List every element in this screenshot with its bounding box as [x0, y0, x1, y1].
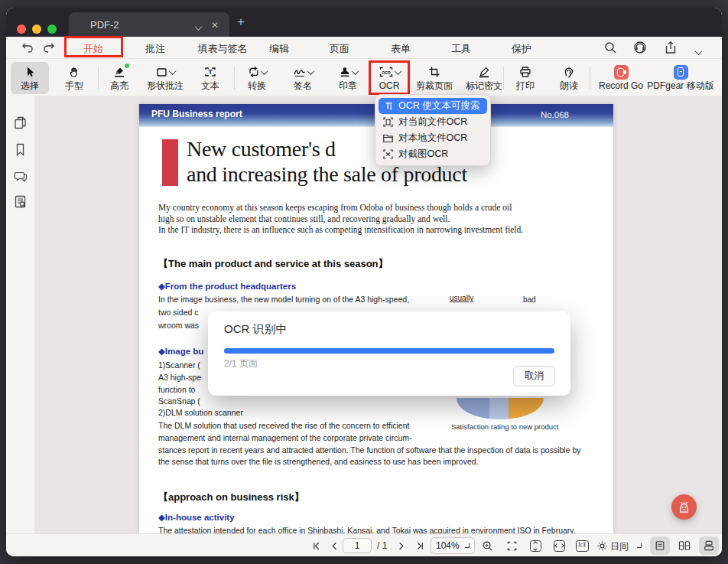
day-mode-chevron-icon[interactable] — [633, 538, 645, 553]
body-line: ScanSnap ( — [158, 395, 200, 407]
cancel-button[interactable]: 取消 — [513, 366, 555, 386]
next-page-button[interactable] — [395, 538, 407, 553]
report-number: No.068 — [541, 110, 569, 119]
two-page-view-button[interactable] — [674, 536, 694, 555]
pdfgear-mobile-button[interactable]: PDFgear 移动版 — [641, 62, 720, 94]
last-page-button[interactable] — [413, 538, 427, 553]
subsection-heading-2: ◆Image bu — [158, 346, 203, 357]
dialog-title: OCR 识别中 — [224, 322, 288, 337]
support-headset-icon[interactable] — [633, 41, 647, 54]
ribbon-tab-protect[interactable]: 保护 — [512, 42, 531, 56]
comments-icon[interactable] — [13, 169, 28, 184]
printer-icon — [506, 64, 544, 80]
ribbon-tab-fill-sign[interactable]: 填表与签名 — [198, 42, 248, 56]
stamp-button[interactable]: 印章 — [329, 62, 367, 94]
undo-icon[interactable] — [21, 41, 35, 55]
zoom-window-button[interactable] — [47, 24, 57, 34]
left-sidebar — [6, 96, 34, 533]
ribbon-tab-page[interactable]: 页面 — [330, 42, 349, 56]
shape-annotation-button[interactable]: 形状批注 — [141, 62, 189, 94]
fit-height-icon[interactable] — [527, 538, 544, 553]
chevron-down-icon — [465, 543, 470, 548]
zoom-in-icon[interactable] — [479, 538, 496, 553]
zoom-level-dropdown[interactable]: 104% — [431, 537, 475, 554]
signature-button[interactable]: 签名 — [284, 62, 322, 94]
robot-icon — [677, 500, 691, 514]
day-mode-label[interactable]: 日间 — [610, 540, 629, 553]
hand-tool-button[interactable]: 手型 — [55, 62, 93, 94]
tab-menu-chevron-icon[interactable] — [193, 22, 203, 33]
hand-icon — [55, 64, 93, 80]
toolbar-divider — [98, 67, 99, 90]
single-page-view-button[interactable] — [650, 536, 670, 555]
signature-icon — [284, 64, 322, 80]
document-search-icon[interactable] — [13, 194, 28, 209]
redo-icon[interactable] — [43, 41, 57, 55]
highlight-color-dot — [125, 64, 129, 68]
body-line: 2)DLM solution scanner — [158, 406, 243, 419]
body-line: stances report in recent years and attra… — [158, 444, 581, 456]
cursor-icon — [11, 64, 49, 80]
body-line: 1)Scanner ( — [158, 359, 200, 371]
page-total-label: / 1 — [377, 540, 387, 551]
fit-width-icon[interactable] — [551, 538, 567, 553]
svg-text:T: T — [208, 68, 213, 76]
continuous-scroll-view-button[interactable] — [699, 536, 719, 555]
body-line: In the image business, the new model tur… — [158, 293, 409, 305]
fit-page-icon[interactable] — [503, 538, 520, 553]
svg-text:T: T — [385, 102, 390, 110]
menu-item-ocr-screenshot[interactable]: 对截图OCR — [379, 146, 487, 162]
previous-page-button[interactable] — [328, 538, 340, 553]
section-heading-1: 【The main product and service at this se… — [158, 257, 388, 271]
title-bar: PDF-2 ✕ + — [6, 8, 722, 37]
share-icon[interactable] — [664, 41, 678, 54]
close-window-button[interactable] — [17, 24, 26, 34]
highlight-tool-button[interactable]: 高亮 — [100, 62, 138, 94]
page-thumbnails-icon[interactable] — [13, 116, 28, 130]
ribbon-tab-home[interactable]: 开始 — [83, 42, 103, 56]
status-bar: / 1 104% 1:1 日间 — [6, 533, 722, 556]
menu-item-ocr-local-file[interactable]: 对本地文件OCR — [379, 130, 487, 146]
search-icon[interactable] — [603, 41, 617, 54]
read-aloud-button[interactable]: 朗读 — [550, 62, 588, 94]
mobile-app-icon — [674, 65, 688, 80]
brightness-sun-icon — [595, 538, 609, 553]
intro-paragraph: My country economy at this season keeps … — [158, 202, 523, 236]
body-line: The attestation intended for each office… — [158, 524, 576, 533]
new-tab-button[interactable]: + — [237, 15, 245, 28]
menu-item-ocr-searchable[interactable]: T OCR 使文本可搜索 — [379, 98, 487, 114]
body-line: wroom was — [158, 319, 199, 331]
tab-close-icon[interactable]: ✕ — [210, 20, 220, 31]
pie-chart-fragment — [457, 398, 544, 419]
crop-page-button[interactable]: 剪裁页面 — [411, 62, 458, 94]
ear-icon — [550, 64, 588, 80]
print-button[interactable]: 打印 — [506, 62, 544, 94]
bookmarks-icon[interactable] — [13, 142, 28, 157]
collapse-ribbon-chevron-icon[interactable] — [696, 44, 710, 58]
assistant-robot-button[interactable] — [671, 494, 697, 520]
folder-icon — [382, 132, 394, 144]
document-tab[interactable]: PDF-2 ✕ — [69, 12, 229, 37]
page-number-input[interactable] — [343, 538, 372, 553]
menu-item-ocr-current-file[interactable]: 对当前文件OCR — [379, 114, 487, 130]
subsection-heading-3: ◆In-house activity — [158, 512, 235, 523]
ribbon-tab-tools[interactable]: 工具 — [451, 42, 471, 56]
first-page-button[interactable] — [309, 538, 323, 553]
actual-size-icon[interactable]: 1:1 — [573, 538, 591, 553]
menu-item-label: 对当前文件OCR — [398, 116, 467, 129]
document-tab-title: PDF-2 — [90, 19, 119, 31]
select-tool-button[interactable]: 选择 — [11, 62, 49, 94]
report-name: PFU Business report — [151, 109, 242, 119]
survey-label-usually: usually — [450, 294, 473, 302]
minimize-window-button[interactable] — [32, 24, 41, 34]
convert-button[interactable]: 转换 — [238, 62, 276, 94]
ocr-button[interactable]: OCR OCR — [370, 62, 408, 94]
text-tool-button[interactable]: T 文本 — [191, 62, 229, 94]
ribbon-tab-edit[interactable]: 编辑 — [269, 42, 289, 56]
toolbar-divider — [590, 67, 590, 90]
menu-item-label: 对本地文件OCR — [398, 132, 467, 145]
toolbar-divider — [234, 67, 235, 90]
ribbon-tab-annotate[interactable]: 批注 — [145, 42, 165, 56]
redact-button[interactable]: 标记密文 — [460, 62, 508, 94]
ribbon-tab-form[interactable]: 表单 — [391, 42, 411, 56]
